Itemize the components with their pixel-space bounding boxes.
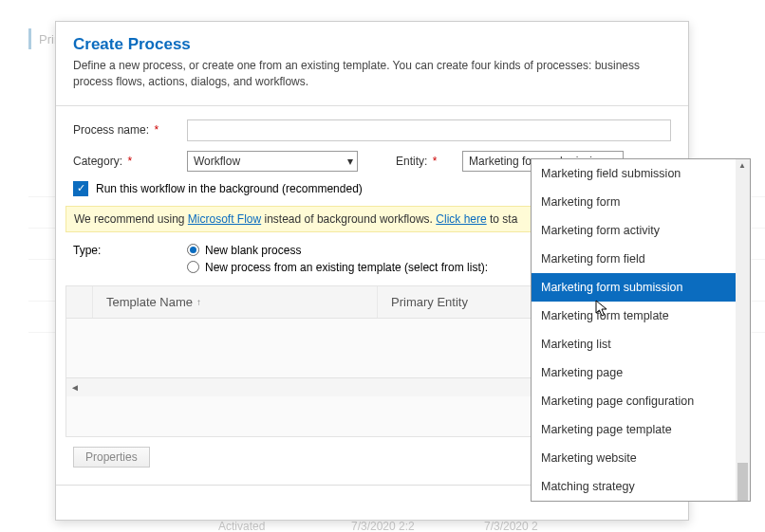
entity-option[interactable]: Marketing page: [532, 358, 750, 387]
type-label: Type:: [73, 244, 187, 274]
run-background-label: Run this workflow in the background (rec…: [96, 182, 363, 195]
entity-option[interactable]: Marketing form activity: [532, 216, 750, 245]
radio-icon: [187, 261, 199, 273]
entity-dropdown-list: Marketing field submissionMarketing form…: [531, 158, 751, 502]
process-name-input[interactable]: [187, 119, 671, 141]
scroll-up-icon: ▲: [738, 161, 746, 170]
type-opt1-label: New blank process: [205, 244, 301, 257]
ms-flow-link[interactable]: Microsoft Flow: [188, 212, 261, 226]
process-name-label: Process name: *: [73, 123, 187, 137]
scroll-left-icon: ◄: [70, 382, 80, 393]
sort-asc-icon: ↑: [196, 297, 201, 307]
run-background-checkbox[interactable]: ✓: [73, 181, 88, 196]
properties-button[interactable]: Properties: [73, 447, 150, 468]
chevron-down-icon: ▾: [347, 155, 353, 168]
type-from-template-radio[interactable]: New process from an existing template (s…: [187, 261, 488, 274]
entity-option[interactable]: Marketing page template: [532, 415, 750, 444]
scroll-thumb[interactable]: [737, 463, 748, 501]
col-template-name[interactable]: Template Name ↑: [93, 286, 378, 318]
click-here-link[interactable]: Click here: [436, 212, 486, 226]
category-label: Category: *: [73, 155, 187, 168]
entity-option[interactable]: Marketing page configuration: [532, 387, 750, 415]
type-opt2-label: New process from an existing template (s…: [205, 261, 488, 274]
entity-option[interactable]: Marketing form: [532, 188, 750, 216]
radio-icon: [187, 244, 199, 256]
dialog-subtitle: Define a new process, or create one from…: [73, 58, 671, 90]
entity-option[interactable]: Marketing form field: [532, 245, 750, 273]
dialog-title: Create Process: [73, 35, 671, 54]
entity-option[interactable]: Marketing website: [532, 444, 750, 472]
type-new-blank-radio[interactable]: New blank process: [187, 244, 488, 257]
entity-option[interactable]: Marketing field submission: [532, 159, 750, 188]
entity-option[interactable]: Marketing list: [532, 330, 750, 358]
entity-option[interactable]: Marketing form submission: [532, 273, 750, 302]
category-value: Workflow: [194, 155, 240, 168]
divider: [56, 105, 688, 106]
dropdown-scrollbar[interactable]: ▲: [736, 159, 750, 501]
category-select[interactable]: Workflow ▾: [187, 151, 358, 172]
entity-label: Entity: *: [396, 155, 453, 168]
entity-option[interactable]: Matching strategy: [532, 472, 750, 501]
entity-option[interactable]: Marketing form template: [532, 302, 750, 330]
